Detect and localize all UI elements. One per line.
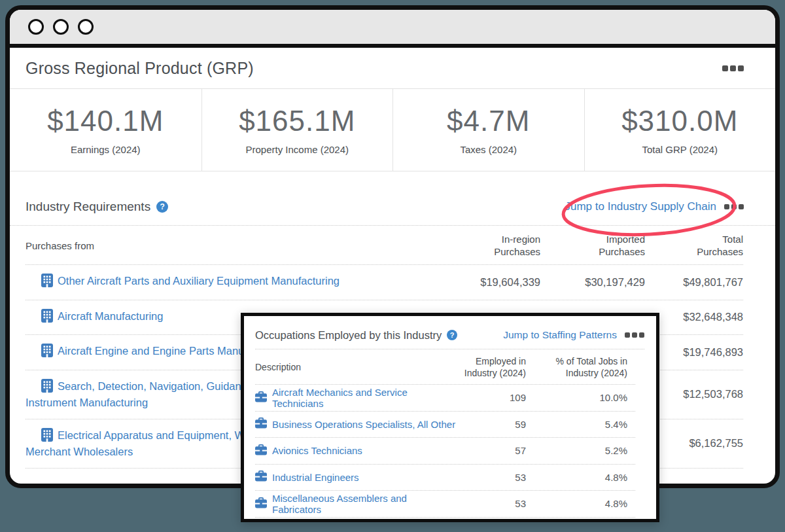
briefcase-icon <box>255 470 267 484</box>
occupation-link[interactable]: Business Operations Specialists, All Oth… <box>255 417 459 431</box>
column-header-in-region: In-region Purchases <box>429 233 540 258</box>
window-control-button[interactable] <box>78 19 94 35</box>
window-control-button[interactable] <box>53 19 69 35</box>
occupations-panel: Occupations Employed by this Industry ? … <box>241 313 659 522</box>
total-value: $49,801,767 <box>645 276 743 289</box>
table-header-row: Purchases from In-region Purchases Impor… <box>26 226 743 265</box>
jump-to-staffing-patterns-link[interactable]: Jump to Staffing Patterns <box>503 329 617 341</box>
industry-requirements-header: Industry Requirements ? Jump to Industry… <box>10 192 775 221</box>
industry-link[interactable]: Other Aircraft Parts and Auxiliary Equip… <box>26 274 429 291</box>
stat-label: Earnings (2024) <box>71 144 141 155</box>
column-header-imported: Imported Purchases <box>540 233 645 258</box>
imported-value: $30,197,429 <box>540 276 645 289</box>
stat-value: $310.0M <box>621 105 738 137</box>
briefcase-icon <box>255 497 267 510</box>
help-icon[interactable]: ? <box>447 330 457 340</box>
building-icon <box>33 274 53 291</box>
column-header-purchases-from: Purchases from <box>26 239 429 252</box>
panel-title: Occupations Employed by this Industry <box>255 329 442 342</box>
stat-value: $4.7M <box>447 105 530 137</box>
column-header-pct: % of Total Jobs in Industry (2024) <box>534 355 635 379</box>
grp-stat-cards: $140.1M Earnings (2024) $165.1M Property… <box>10 89 775 171</box>
window-control-button[interactable] <box>28 19 44 35</box>
briefcase-icon <box>255 444 267 457</box>
page-title: Gross Regional Product (GRP) <box>26 59 254 78</box>
help-icon[interactable]: ? <box>156 201 168 213</box>
building-icon <box>33 379 53 397</box>
ellipsis-menu-icon[interactable] <box>722 65 744 71</box>
building-icon <box>33 344 53 361</box>
ellipsis-menu-icon[interactable] <box>625 332 644 338</box>
total-value: $32,648,348 <box>645 311 743 323</box>
briefcase-icon <box>255 417 267 431</box>
employed-value: 53 <box>459 498 534 509</box>
stat-card: $165.1M Property Income (2024) <box>201 89 393 171</box>
pct-value: 5.2% <box>534 445 635 456</box>
ellipsis-menu-icon[interactable] <box>724 204 744 209</box>
occupation-link[interactable]: Miscellaneous Assemblers and Fabricators <box>255 493 459 515</box>
table-header-row: Description Employed in Industry (2024) … <box>255 349 635 385</box>
building-icon <box>33 428 53 446</box>
pct-value: 4.8% <box>534 472 635 483</box>
table-row: Aircraft Mechanics and Service Technicia… <box>255 385 635 412</box>
occupation-link[interactable]: Aircraft Mechanics and Service Technicia… <box>255 387 459 409</box>
employed-value: 109 <box>459 392 534 403</box>
total-value: $6,162,755 <box>645 437 743 450</box>
stat-card: $4.7M Taxes (2024) <box>392 89 584 171</box>
column-header-description: Description <box>255 361 459 373</box>
table-row: Miscellaneous Assemblers and Fabricators… <box>255 491 635 518</box>
jump-to-industry-supply-chain-link[interactable]: Jump to Industry Supply Chain <box>565 200 716 213</box>
grp-header: Gross Regional Product (GRP) <box>10 48 775 89</box>
pct-value: 10.0% <box>534 392 635 403</box>
stat-value: $165.1M <box>239 105 355 137</box>
pct-value: 5.4% <box>534 419 635 430</box>
in-region-value: $19,604,339 <box>429 276 540 289</box>
occupation-link[interactable]: Industrial Engineers <box>255 470 459 484</box>
column-header-total: Total Purchases <box>645 233 743 258</box>
total-value: $19,746,893 <box>645 346 743 359</box>
occupations-table: Description Employed in Industry (2024) … <box>255 349 644 518</box>
desktop-background: Gross Regional Product (GRP) $140.1M Ear… <box>0 0 785 532</box>
window-titlebar <box>10 10 775 48</box>
stat-label: Property Income (2024) <box>245 144 349 155</box>
section-title: Industry Requirements <box>26 200 150 214</box>
table-row: Other Aircraft Parts and Auxiliary Equip… <box>26 265 743 300</box>
table-row: Industrial Engineers 53 4.8% <box>255 465 635 491</box>
building-icon <box>33 309 53 327</box>
occupations-panel-header: Occupations Employed by this Industry ? … <box>255 325 644 346</box>
stat-label: Total GRP (2024) <box>642 144 718 155</box>
briefcase-icon <box>255 391 267 404</box>
total-value: $12,503,768 <box>645 388 743 400</box>
table-row: Business Operations Specialists, All Oth… <box>255 412 635 438</box>
employed-value: 59 <box>459 419 534 430</box>
stat-label: Taxes (2024) <box>460 144 517 155</box>
stat-card: $310.0M Total GRP (2024) <box>584 89 776 171</box>
employed-value: 53 <box>459 472 534 483</box>
occupation-link[interactable]: Avionics Technicians <box>255 444 459 457</box>
employed-value: 57 <box>459 445 534 456</box>
stat-card: $140.1M Earnings (2024) <box>10 89 201 171</box>
stat-value: $140.1M <box>47 105 164 137</box>
column-header-employed: Employed in Industry (2024) <box>459 355 534 379</box>
pct-value: 4.8% <box>534 498 635 509</box>
table-row: Avionics Technicians 57 5.2% <box>255 438 635 465</box>
